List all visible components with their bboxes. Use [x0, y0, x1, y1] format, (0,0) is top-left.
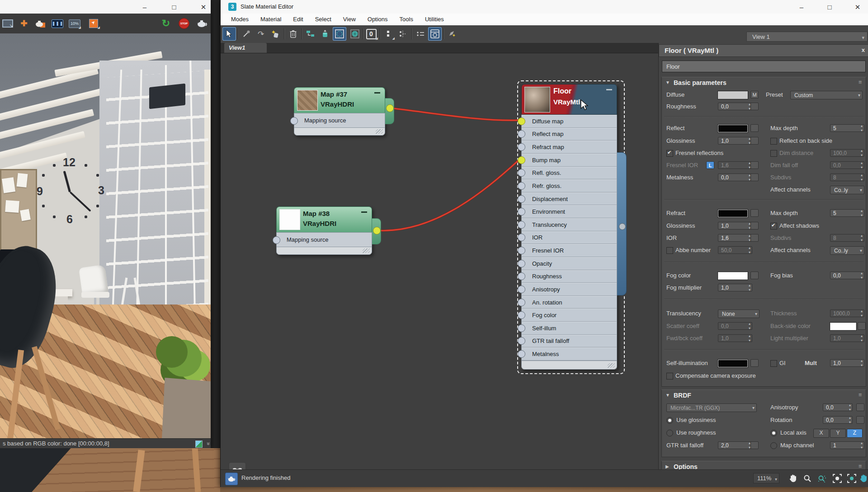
- input-socket[interactable]: [518, 221, 525, 229]
- slot-fresnel-ior[interactable]: Fresnel IOR: [521, 244, 617, 257]
- node-align-icon[interactable]: [396, 27, 410, 41]
- use-roughness-radio[interactable]: [666, 430, 673, 436]
- pick-material-eyedropper-icon[interactable]: [240, 27, 253, 41]
- axis-x-button[interactable]: X: [813, 429, 829, 438]
- refract-swatch[interactable]: [718, 210, 748, 217]
- input-socket[interactable]: [518, 260, 525, 267]
- translucency-dropdown[interactable]: None: [718, 309, 760, 318]
- backside-map-button[interactable]: [858, 322, 866, 330]
- anisotropy-map-button[interactable]: [856, 403, 864, 411]
- slate-titlebar[interactable]: 3 Slate Material Editor – □ ✕: [221, 0, 868, 14]
- region-render-icon[interactable]: ➤◢: [87, 17, 100, 30]
- gi-checkbox[interactable]: [770, 360, 777, 367]
- material-name-field[interactable]: Floor: [662, 61, 866, 72]
- diffuse-map-button[interactable]: M: [750, 91, 759, 98]
- refract-glossiness-spinner[interactable]: 1,0: [718, 222, 752, 230]
- input-socket[interactable]: [518, 299, 525, 306]
- resolution-icon[interactable]: 10%◢: [68, 17, 81, 30]
- input-socket[interactable]: [518, 169, 525, 177]
- ior-map-button[interactable]: [750, 234, 759, 242]
- wire-diffuse[interactable]: [390, 108, 519, 120]
- close-icon[interactable]: x: [862, 47, 865, 53]
- checker-sphere-icon[interactable]: [348, 27, 362, 41]
- brdf-type-dropdown[interactable]: Microfac...TR (GGX): [666, 403, 757, 412]
- slot-diffuse-map[interactable]: Diffuse map: [521, 115, 617, 128]
- light-multiplier-spinner[interactable]: 1,0: [830, 334, 864, 342]
- slot-ior[interactable]: IOR: [521, 231, 617, 244]
- fresnel-ior-spinner[interactable]: 1,6: [718, 161, 752, 169]
- axis-z-button[interactable]: Z: [847, 429, 863, 438]
- menu-utilities[interactable]: Utilities: [419, 14, 450, 25]
- view-selector-dropdown[interactable]: View 1: [746, 32, 868, 42]
- input-socket[interactable]: [518, 234, 525, 241]
- node-resize-strip[interactable]: [294, 127, 385, 136]
- reflect-swatch[interactable]: [718, 125, 748, 132]
- fit-view-icon[interactable]: ↘: [1, 17, 14, 30]
- node-view[interactable]: View1 Map #37 VRayHDRI: [221, 43, 658, 470]
- reflect-map-button[interactable]: [750, 124, 759, 132]
- close-icon[interactable]: ✕: [849, 1, 867, 13]
- self-illumination-mult-spinner[interactable]: 1,0: [830, 359, 864, 367]
- input-socket[interactable]: [518, 117, 525, 125]
- diffuse-swatch[interactable]: [718, 91, 748, 99]
- node-resize-strip[interactable]: [276, 247, 372, 255]
- input-socket[interactable]: [518, 350, 525, 358]
- slot-translucency[interactable]: Translucency: [521, 218, 617, 231]
- menu-view[interactable]: View: [337, 14, 362, 25]
- input-socket[interactable]: [518, 272, 525, 280]
- metalness-map-button[interactable]: [750, 173, 759, 181]
- layout-direction-icon[interactable]: ◢: [382, 27, 395, 41]
- move-children-icon[interactable]: [304, 27, 317, 41]
- slot-anisotropy[interactable]: Anisotropy: [521, 283, 617, 296]
- put-material-to-scene-icon[interactable]: ↷: [254, 27, 268, 41]
- node-header[interactable]: Floor VRayMtl: [521, 84, 617, 115]
- slot-gtr-tail-falloff[interactable]: GTR tail falloff: [521, 335, 617, 348]
- render-last-icon[interactable]: [33, 17, 47, 30]
- slot-opacity[interactable]: Opacity: [521, 257, 617, 270]
- hide-unused-slots-icon[interactable]: [414, 27, 427, 41]
- input-socket[interactable]: [518, 324, 525, 332]
- menu-select[interactable]: Select: [309, 14, 337, 25]
- refract-glossiness-map-button[interactable]: [750, 222, 759, 230]
- max-depth-spinner[interactable]: 5: [830, 124, 864, 132]
- material-preview-icon[interactable]: [333, 27, 346, 41]
- slot-an-rotation[interactable]: An. rotation: [521, 296, 617, 309]
- color-swatch-icon[interactable]: [195, 440, 203, 448]
- close-icon[interactable]: ✕: [194, 1, 212, 13]
- input-socket[interactable]: [518, 182, 525, 190]
- node-resize-strip[interactable]: [521, 361, 617, 370]
- input-socket[interactable]: [518, 143, 525, 151]
- anisotropy-spinner[interactable]: 0,0: [823, 403, 853, 411]
- input-socket[interactable]: [518, 130, 525, 138]
- fwdbck-coeff-spinner[interactable]: 1,0: [718, 334, 752, 342]
- menu-options[interactable]: Options: [362, 14, 394, 25]
- slot-mapping-source[interactable]: Mapping source: [276, 232, 372, 247]
- collapse-icon[interactable]: [361, 211, 367, 213]
- node-header[interactable]: Map #37 VRayHDRI: [294, 87, 385, 113]
- fog-bias-spinner[interactable]: 0,0: [830, 272, 864, 279]
- glossiness-spinner[interactable]: 1,0: [718, 137, 752, 145]
- roughness-spinner[interactable]: 0,0: [718, 103, 752, 110]
- refresh-icon[interactable]: ↻: [159, 17, 173, 30]
- fresnel-ior-map-button[interactable]: [750, 161, 759, 169]
- input-socket[interactable]: [518, 247, 525, 254]
- render-window-titlebar[interactable]: – □ ✕: [0, 0, 211, 14]
- self-illumination-map-button[interactable]: [750, 359, 759, 367]
- input-socket[interactable]: [518, 286, 525, 293]
- backside-color-swatch[interactable]: [830, 323, 856, 330]
- ior-spinner[interactable]: 1,6: [718, 234, 752, 242]
- reflect-back-checkbox[interactable]: [770, 138, 777, 145]
- slot-roughness[interactable]: Roughness: [521, 270, 617, 283]
- map-channel-radio[interactable]: [770, 442, 777, 449]
- slot-fog-color[interactable]: Fog color: [521, 309, 617, 322]
- slot-displacement[interactable]: Displacement: [521, 192, 617, 206]
- slot-environment[interactable]: Environment: [521, 205, 617, 218]
- abbe-number-checkbox[interactable]: [666, 247, 673, 254]
- wire-bump[interactable]: [377, 159, 519, 230]
- track-mouse-icon[interactable]: ✚: [17, 17, 31, 30]
- roughness-map-button[interactable]: [750, 103, 759, 110]
- collapse-icon[interactable]: [606, 89, 612, 90]
- compensate-exposure-checkbox[interactable]: [666, 373, 673, 380]
- fog-multiplier-spinner[interactable]: 1,0: [718, 284, 752, 291]
- affect-shadows-checkbox[interactable]: [770, 223, 777, 230]
